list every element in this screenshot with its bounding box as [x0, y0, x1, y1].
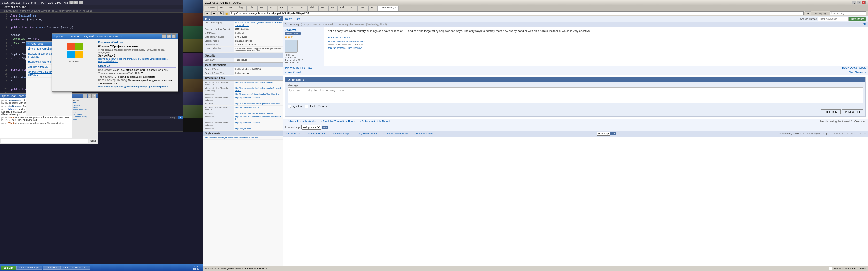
sig-wiki-link[interactable]: hazeron.com/wiki/ User: Deantwo [328, 47, 362, 49]
thumb-2[interactable] [183, 13, 203, 26]
chat-input[interactable] [1, 139, 88, 143]
tab-0[interactable]: 2018-06 [204, 6, 217, 11]
next-oldest[interactable]: « Next Oldest [285, 71, 301, 74]
preview-post-button[interactable]: Preview Post [842, 109, 863, 114]
disable-smilies-checkbox[interactable]: Disable Smilies [305, 104, 327, 108]
tab-4[interactable]: Cle... [247, 6, 257, 11]
start-button[interactable]: ⊞ Start [1, 266, 16, 270]
theme-go-btn[interactable]: Go [611, 132, 616, 135]
info-close[interactable]: ✕ [278, 17, 281, 20]
editor-minimize[interactable]: _ [69, 1, 74, 4]
sysinfo-close[interactable]: ✕ [172, 34, 176, 38]
post-reply-button[interactable]: Post Reply [821, 109, 840, 114]
chat-user-3: vince [73, 106, 97, 109]
win7-upgrade-link[interactable]: Получить доступ к дополнительным функция… [98, 58, 176, 63]
thumb-9[interactable] [183, 105, 203, 118]
thread-nav-bottom: « Next Oldest Next Newest » [283, 70, 868, 75]
thumb-3[interactable] [183, 26, 203, 39]
tab-8[interactable]: Са... [287, 6, 297, 11]
tab-5[interactable]: Как... [257, 6, 268, 11]
tab-1[interactable]: FP... [218, 6, 227, 11]
thumb-5[interactable] [183, 53, 203, 66]
theme-select[interactable]: Default [597, 132, 610, 135]
next-newest[interactable]: Next Newest » [849, 71, 866, 74]
tab-3[interactable]: log... [237, 6, 247, 11]
action-website[interactable]: Website [290, 66, 300, 69]
chat-user-8: adar [73, 118, 97, 120]
footer-return-top[interactable]: Return to Top [332, 132, 349, 135]
signature-checkbox[interactable]: Signature [287, 104, 303, 108]
tab-2[interactable]: ML... [227, 6, 237, 11]
chat-minimize[interactable]: _ [83, 94, 87, 98]
action-find[interactable]: Find [301, 66, 305, 69]
jump-go-button[interactable]: Go [322, 126, 328, 129]
tab-7[interactable]: Ра... [278, 6, 287, 11]
editor-help-btn[interactable]: Help [170, 116, 176, 119]
tab-6[interactable]: Пр... [268, 6, 277, 11]
editor-tab-sectiontree[interactable]: SectionTree.php [0, 5, 29, 9]
sig-link-1[interactable]: Ram it with a station? [328, 36, 350, 39]
back-button[interactable]: ◀ [205, 11, 210, 15]
sig-checkbox-input[interactable] [287, 104, 291, 108]
reload-button[interactable]: ↻ [218, 11, 224, 15]
tab-12[interactable]: Fo... [328, 6, 338, 11]
thumb-4[interactable] [183, 39, 203, 53]
subscribe-link[interactable]: Subscribe to this Thread [359, 120, 390, 123]
browser-minimize[interactable]: _ [852, 1, 857, 4]
thumb-6[interactable] [183, 66, 203, 79]
chat-send-btn[interactable]: Send [89, 139, 97, 143]
browser-maximize[interactable]: □ [857, 1, 861, 4]
taskbar-editor[interactable]: edit SectionTree.php [16, 266, 42, 270]
taskbar-chat[interactable]: #php: Chat Room (467... [60, 266, 91, 270]
service-pack: Service Pack 1 [98, 54, 176, 57]
sysinfo-minimize[interactable]: _ [162, 34, 166, 38]
tab-active[interactable]: 2018-06-27 Q1 Bug [378, 6, 399, 11]
summary-row: Summary: - not secure - [203, 58, 283, 62]
action-report[interactable]: Report [858, 66, 866, 69]
tab-14[interactable]: Ко... [348, 6, 358, 11]
tab-15[interactable]: Тes... [358, 6, 368, 11]
jump-select[interactable]: — Updates [302, 125, 321, 130]
action-quote[interactable]: Quote [850, 66, 857, 69]
chat-input-area[interactable]: Send [0, 138, 98, 143]
footer-contact[interactable]: Contact Us [285, 132, 300, 135]
chat-maximize[interactable]: □ [88, 94, 92, 98]
url-bar[interactable] [230, 11, 804, 15]
browser-close[interactable]: ✕ [862, 1, 866, 4]
message-input[interactable] [287, 88, 863, 103]
editor-maximize[interactable]: □ [74, 1, 78, 4]
tab-10[interactable]: deli... [308, 6, 318, 11]
user-name[interactable]: Deantwo [285, 28, 323, 32]
search-thread-input[interactable] [817, 17, 848, 21]
go-button[interactable]: → [805, 11, 811, 15]
action-pm[interactable]: PM [285, 66, 289, 69]
thumb-1[interactable] [183, 0, 203, 13]
find-input[interactable] [830, 11, 866, 15]
action-rate[interactable]: Rate [306, 66, 312, 69]
tab-11[interactable]: PH... [318, 6, 328, 11]
action-reply[interactable]: Reply [842, 66, 849, 69]
footer-shores[interactable]: Shores of Hazeron [305, 132, 327, 135]
proxy-checkbox[interactable] [829, 267, 832, 270]
forward-button[interactable]: ▶ [211, 11, 217, 15]
taskbar-sysinfo[interactable]: ← Система [43, 266, 60, 270]
send-friend-link[interactable]: Send this Thread to a Friend [319, 120, 355, 123]
qr-collapse[interactable]: [-] [861, 78, 863, 81]
tab-13[interactable]: Usl... [338, 6, 348, 11]
smilies-checkbox-input[interactable] [305, 104, 308, 108]
tab-9[interactable]: Тes... [297, 6, 308, 11]
tab-16[interactable]: for... [368, 6, 378, 11]
footer-lite[interactable]: Lite (Archive) Mode [354, 132, 377, 135]
editor-close[interactable]: ✕ [79, 1, 83, 4]
thumb-7[interactable] [183, 79, 203, 92]
chat-close[interactable]: ✕ [92, 94, 96, 98]
footer-mark-all[interactable]: Mark All Forums Read [382, 132, 408, 135]
sysinfo-maximize[interactable]: □ [167, 34, 171, 38]
thumb-8[interactable] [183, 92, 203, 105]
printable-link[interactable]: View a Printable Version [285, 120, 316, 123]
reply-link[interactable]: Reply [285, 18, 292, 21]
rate-link[interactable]: Rate [294, 18, 300, 21]
new-reply-button[interactable]: New Reply [849, 17, 866, 21]
lock-icon[interactable]: 🔒 [225, 11, 228, 15]
footer-rss[interactable]: RSS Syndication [412, 132, 433, 135]
